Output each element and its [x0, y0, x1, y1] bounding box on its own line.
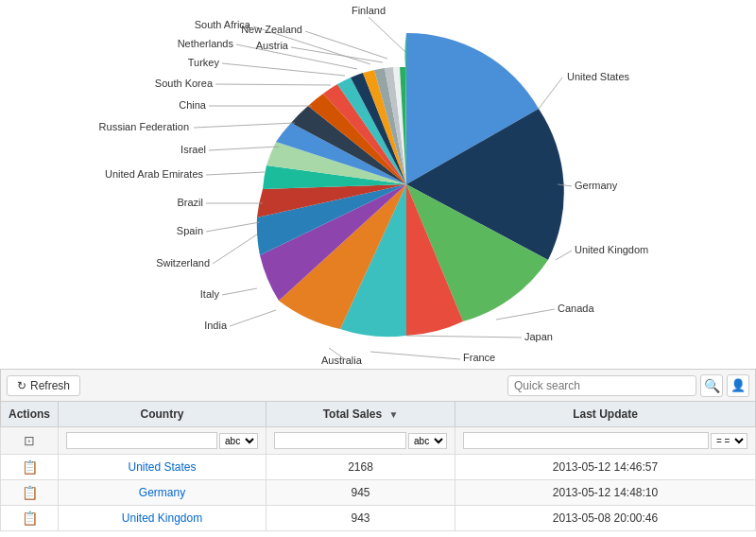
search-button[interactable]: 🔍: [700, 374, 723, 397]
pie-chart: United States Germany United Kingdom Can…: [0, 0, 756, 369]
label-spain: Spain: [177, 225, 203, 236]
table-row: 📋 United States 2168 2013-05-12 14:46:57: [1, 455, 756, 480]
row-country[interactable]: United Kingdom: [59, 506, 266, 531]
row-detail-icon[interactable]: 📋: [22, 511, 38, 526]
label-finland: Finland: [352, 5, 386, 16]
row-total-sales: 2168: [266, 455, 455, 480]
country-filter-cell: abc: [59, 427, 266, 455]
row-last-update: 2013-05-12 14:46:57: [455, 455, 756, 480]
update-filter-cell: = =: [455, 427, 756, 455]
export-button[interactable]: 👤: [727, 374, 749, 397]
row-country[interactable]: Germany: [59, 480, 266, 506]
row-total-sales: 945: [266, 480, 455, 506]
row-detail-icon[interactable]: 📋: [22, 459, 38, 475]
svg-line-2: [556, 251, 572, 260]
label-france: France: [463, 352, 495, 363]
sort-icon: ▼: [388, 409, 398, 420]
search-input[interactable]: [507, 375, 696, 396]
col-header-country[interactable]: Country: [59, 402, 266, 427]
label-india: India: [204, 320, 228, 331]
table-body: 📋 United States 2168 2013-05-12 14:46:57…: [1, 455, 756, 531]
label-israel: Israel: [180, 144, 206, 155]
svg-line-7: [230, 310, 276, 326]
label-china: China: [179, 99, 207, 111]
search-icon: 🔍: [704, 378, 720, 393]
actions-filter-cell: ⊡: [1, 427, 59, 455]
country-filter-select[interactable]: abc: [219, 433, 258, 449]
svg-line-4: [406, 336, 522, 338]
label-turkey: Turkey: [188, 57, 220, 68]
chart-area: United States Germany United Kingdom Can…: [0, 0, 756, 369]
row-last-update: 2013-05-12 14:48:10: [455, 480, 756, 506]
svg-line-0: [539, 78, 562, 109]
label-italy: Italy: [200, 288, 220, 300]
export-icon: 👤: [730, 378, 746, 392]
sales-filter-input[interactable]: [274, 432, 406, 449]
svg-line-3: [496, 309, 555, 320]
row-actions-cell: 📋: [1, 480, 59, 506]
toolbar-left: ↻ Refresh: [7, 375, 80, 396]
data-table: Actions Country Total Sales ▼ Last Updat…: [0, 401, 756, 531]
col-header-last-update[interactable]: Last Update: [455, 402, 756, 427]
filter-row: ⊡ abc abc: [1, 427, 756, 455]
refresh-button[interactable]: ↻ Refresh: [7, 375, 80, 396]
row-detail-icon[interactable]: 📋: [22, 485, 38, 500]
refresh-label: Refresh: [30, 379, 70, 392]
row-country[interactable]: United States: [59, 455, 266, 480]
svg-line-5: [370, 352, 460, 359]
svg-line-10: [206, 222, 260, 232]
country-filter-input[interactable]: [66, 432, 217, 449]
label-united-states: United States: [567, 71, 630, 82]
update-filter: = =: [463, 432, 747, 449]
label-new-zealand: New Zealand: [241, 24, 302, 35]
label-uae: United Arab Emirates: [105, 168, 203, 180]
country-filter: abc: [66, 432, 258, 449]
svg-line-21: [305, 31, 387, 59]
row-actions-cell: 📋: [1, 455, 59, 480]
label-switzerland: Switzerland: [156, 257, 210, 268]
update-filter-input[interactable]: [463, 432, 709, 449]
row-total-sales: 943: [266, 506, 455, 531]
svg-line-9: [213, 234, 257, 264]
table-header-row: Actions Country Total Sales ▼ Last Updat…: [1, 402, 756, 427]
table-row: 📋 Germany 945 2013-05-12 14:48:10: [1, 480, 756, 506]
col-header-total-sales[interactable]: Total Sales ▼: [266, 402, 455, 427]
col-header-actions: Actions: [1, 402, 59, 427]
label-austria: Austria: [256, 40, 289, 51]
label-netherlands: Netherlands: [178, 38, 234, 49]
sales-filter: abc: [274, 432, 447, 449]
update-filter-select[interactable]: = =: [711, 433, 747, 449]
svg-line-8: [222, 288, 257, 295]
svg-line-13: [209, 147, 279, 150]
toolbar: ↻ Refresh 🔍 👤: [0, 369, 756, 401]
toolbar-right: 🔍 👤: [507, 374, 749, 397]
label-australia: Australia: [321, 355, 363, 366]
label-united-kingdom: United Kingdom: [575, 244, 648, 255]
label-japan: Japan: [524, 331, 553, 342]
svg-line-14: [194, 123, 295, 128]
table-row: 📋 United Kingdom 943 2013-05-08 20:00:46: [1, 506, 756, 531]
sales-filter-select[interactable]: abc: [408, 433, 447, 449]
refresh-icon: ↻: [17, 379, 26, 392]
svg-line-16: [215, 84, 331, 85]
label-brazil: Brazil: [177, 197, 203, 208]
row-last-update: 2013-05-08 20:00:46: [455, 506, 756, 531]
pie-container: United States Germany United Kingdom Can…: [0, 0, 756, 369]
label-germany: Germany: [575, 180, 618, 191]
label-canada: Canada: [558, 303, 594, 314]
svg-line-17: [222, 63, 345, 76]
sales-filter-cell: abc: [266, 427, 455, 455]
svg-line-12: [206, 172, 265, 175]
svg-line-22: [369, 17, 405, 52]
label-russian-federation: Russian Federation: [99, 121, 189, 132]
filter-icon: ⊡: [24, 433, 35, 448]
row-actions-cell: 📋: [1, 506, 59, 531]
label-south-korea: South Korea: [155, 78, 214, 89]
svg-line-20: [291, 47, 383, 62]
